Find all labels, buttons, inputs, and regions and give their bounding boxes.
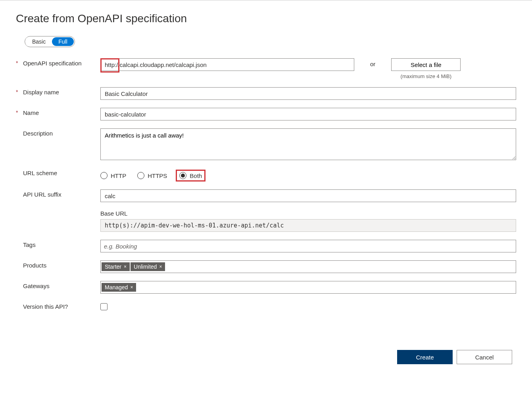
- chip-label: Starter: [105, 264, 121, 270]
- description-input[interactable]: [100, 128, 516, 160]
- base-url-value: http(s)://apim-dev-we-hol-ms-01.azure-ap…: [100, 219, 516, 232]
- required-mark: *: [16, 58, 23, 66]
- toggle-full[interactable]: Full: [52, 37, 74, 46]
- close-icon[interactable]: ×: [124, 264, 127, 269]
- radio-icon: [137, 172, 144, 179]
- radio-icon: [100, 172, 108, 179]
- openapi-spec-label: OpenAPI specification: [23, 58, 100, 67]
- gateways-input[interactable]: Managed ×: [100, 281, 516, 294]
- name-label: Name: [23, 108, 100, 116]
- display-name-label: Display name: [23, 87, 100, 96]
- version-label: Version this API?: [23, 302, 100, 310]
- radio-label: HTTPS: [148, 172, 167, 179]
- page-title: Create from OpenAPI specification: [16, 12, 516, 25]
- tags-label: Tags: [23, 240, 100, 248]
- cancel-button[interactable]: Cancel: [457, 350, 512, 364]
- chip-label: Unlimited: [134, 264, 157, 270]
- close-icon[interactable]: ×: [159, 264, 162, 269]
- url-scheme-label: URL scheme: [23, 168, 100, 176]
- product-chip-unlimited[interactable]: Unlimited ×: [131, 262, 165, 271]
- gateways-label: Gateways: [23, 281, 100, 289]
- products-input[interactable]: Starter × Unlimited ×: [100, 260, 516, 273]
- close-icon[interactable]: ×: [130, 285, 133, 290]
- description-label: Description: [23, 128, 100, 137]
- url-scheme-https[interactable]: HTTPS: [137, 172, 167, 179]
- products-label: Products: [23, 260, 100, 269]
- url-scheme-both[interactable]: Both: [176, 170, 206, 182]
- toggle-basic[interactable]: Basic: [26, 37, 52, 46]
- version-checkbox[interactable]: [100, 303, 108, 310]
- required-mark: *: [16, 87, 23, 95]
- url-scheme-radio-group: HTTP HTTPS Both: [100, 168, 206, 182]
- tags-input[interactable]: e.g. Booking: [100, 240, 516, 252]
- radio-label: Both: [190, 172, 202, 179]
- chip-label: Managed: [105, 284, 128, 290]
- display-name-input[interactable]: [100, 87, 516, 100]
- openapi-spec-input[interactable]: [100, 58, 354, 71]
- tags-placeholder: e.g. Booking: [102, 243, 137, 250]
- or-separator: or: [370, 58, 375, 67]
- file-size-hint: (maximum size 4 MiB): [401, 73, 452, 79]
- view-mode-toggle: Basic Full: [25, 36, 75, 47]
- gateway-chip-managed[interactable]: Managed ×: [102, 283, 136, 292]
- product-chip-starter[interactable]: Starter ×: [102, 262, 130, 271]
- name-input[interactable]: [100, 108, 516, 120]
- api-url-suffix-label: API URL suffix: [23, 189, 100, 198]
- radio-label: HTTP: [111, 172, 126, 179]
- create-button[interactable]: Create: [397, 350, 453, 364]
- radio-icon: [179, 172, 186, 179]
- select-file-button[interactable]: Select a file: [391, 58, 461, 71]
- api-url-suffix-input[interactable]: [100, 189, 516, 202]
- base-url-label: Base URL: [100, 210, 516, 217]
- required-mark: *: [16, 108, 23, 116]
- url-scheme-http[interactable]: HTTP: [100, 172, 126, 179]
